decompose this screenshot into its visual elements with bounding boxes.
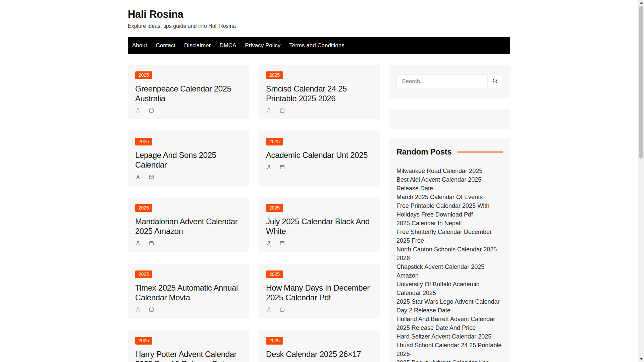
random-post-item: Best Aldi Advent Calendar 2025 Release D… bbox=[396, 175, 503, 193]
random-post-link[interactable]: North Canton Schools Calendar 2025 2026 bbox=[396, 245, 503, 262]
random-post-item: 2025 Calendar In Nepali bbox=[396, 219, 503, 228]
random-posts-widget: Random Posts Milwaukee Road Calendar 202… bbox=[389, 138, 510, 362]
nav-item[interactable]: Terms and Conditions bbox=[285, 37, 348, 54]
post-card: 2025 July 2025 Calendar Black And White bbox=[259, 197, 380, 252]
site-title[interactable]: Hali Rosina bbox=[128, 9, 510, 20]
post-card: 2025 Harry Potter Advent Calendar 2025 D… bbox=[128, 330, 249, 362]
category-badge[interactable]: 2025 bbox=[135, 204, 152, 212]
category-badge[interactable]: 2025 bbox=[266, 337, 283, 345]
random-post-link[interactable]: University Of Buffalo Academic Calendar … bbox=[396, 280, 503, 297]
author-icon bbox=[135, 240, 141, 246]
post-title[interactable]: Smcisd Calendar 24 25 Printable 2025 202… bbox=[266, 84, 372, 103]
post-title[interactable]: Harry Potter Advent Calendar 2025 Day 19… bbox=[135, 349, 241, 362]
author-icon bbox=[266, 240, 272, 246]
calendar-icon bbox=[279, 240, 285, 246]
post-meta bbox=[135, 174, 241, 180]
heading-accent-rule bbox=[458, 152, 503, 153]
nav-item[interactable]: DMCA bbox=[215, 37, 240, 54]
category-badge[interactable]: 2025 bbox=[266, 270, 283, 278]
category-badge[interactable]: 2025 bbox=[266, 71, 283, 79]
calendar-icon bbox=[279, 307, 285, 312]
post-meta bbox=[135, 306, 241, 312]
random-post-link[interactable]: Milwaukee Road Calendar 2025 bbox=[396, 167, 503, 175]
post-title[interactable]: Academic Calendar Unt 2025 bbox=[266, 150, 372, 160]
post-title[interactable]: Desk Calendar 2025 26×17 bbox=[266, 349, 372, 359]
post-card: 2025 Smcisd Calendar 24 25 Printable 202… bbox=[259, 65, 380, 119]
random-post-link[interactable]: March 2025 Calendar Of Events bbox=[396, 193, 503, 201]
content-area: 2025 Greenpeace Calendar 2025 Australia … bbox=[128, 65, 510, 362]
author-icon bbox=[135, 108, 141, 113]
random-post-item: Free Shutterfly Calendar December 2025 F… bbox=[396, 228, 503, 245]
post-title[interactable]: Timex 2025 Automatic Annual Calendar Mov… bbox=[135, 283, 241, 302]
post-meta bbox=[266, 164, 372, 170]
category-badge[interactable]: 2025 bbox=[266, 204, 283, 212]
post-title[interactable]: Mandalorian Advent Calendar 2025 Amazon bbox=[135, 217, 241, 236]
site-tagline: Explore ideas, tips guide and info Hali … bbox=[128, 23, 510, 29]
calendar-icon bbox=[149, 240, 154, 246]
random-post-link[interactable]: Hard Seltzer Advent Calendar 2025 bbox=[396, 332, 503, 341]
post-card: 2025 How Many Days In December 2025 Cale… bbox=[259, 264, 380, 318]
post-meta bbox=[266, 240, 372, 246]
random-posts-heading: Random Posts bbox=[396, 147, 451, 157]
scroll-up-icon bbox=[640, 2, 643, 4]
post-title[interactable]: How Many Days In December 2025 Calendar … bbox=[266, 283, 372, 302]
post-title[interactable]: Lepage And Sons 2025 Calendar bbox=[135, 150, 241, 170]
random-post-link[interactable]: Free Printable Calendar 2025 With Holida… bbox=[396, 201, 503, 219]
post-title[interactable]: Greenpeace Calendar 2025 Australia bbox=[135, 84, 241, 103]
page-container: Hali Rosina Explore ideas, tips guide an… bbox=[128, 0, 510, 362]
search-button[interactable] bbox=[487, 75, 502, 88]
nav-item[interactable]: Disclaimer bbox=[180, 37, 215, 54]
random-posts-list: Milwaukee Road Calendar 2025 Best Aldi A… bbox=[396, 167, 503, 362]
nav-item[interactable]: About bbox=[128, 37, 151, 54]
author-icon bbox=[135, 174, 141, 180]
scroll-down-button[interactable] bbox=[638, 356, 644, 362]
category-badge[interactable]: 2025 bbox=[135, 270, 152, 278]
random-post-item: Milwaukee Road Calendar 2025 bbox=[396, 167, 503, 175]
scrollbar-thumb[interactable] bbox=[639, 6, 643, 159]
main-nav: About Contact Disclaimer DMCA Privacy Po… bbox=[128, 37, 510, 54]
search-input[interactable] bbox=[397, 75, 487, 88]
category-badge[interactable]: 2025 bbox=[266, 138, 283, 145]
nav-item[interactable]: Privacy Policy bbox=[240, 37, 285, 54]
scroll-up-button[interactable] bbox=[638, 0, 644, 6]
random-post-link[interactable]: 2025 Beauty Advent Calendar Usa Amazon bbox=[396, 358, 503, 362]
post-meta bbox=[135, 107, 241, 113]
random-post-item: University Of Buffalo Academic Calendar … bbox=[396, 280, 503, 297]
category-badge[interactable]: 2025 bbox=[135, 71, 152, 79]
random-post-item: Free Printable Calendar 2025 With Holida… bbox=[396, 201, 503, 219]
vertical-scrollbar[interactable] bbox=[638, 0, 644, 362]
random-posts-header: Random Posts bbox=[396, 147, 503, 157]
post-card: 2025 Mandalorian Advent Calendar 2025 Am… bbox=[128, 197, 249, 252]
empty-widget bbox=[389, 109, 510, 129]
random-post-item: 2025 Star Wars Lego Advent Calendar Day … bbox=[396, 297, 503, 315]
category-badge[interactable]: 2025 bbox=[135, 138, 152, 145]
calendar-icon bbox=[149, 108, 154, 113]
post-card: 2025 Desk Calendar 2025 26×17 bbox=[259, 330, 380, 362]
random-post-link[interactable]: Best Aldi Advent Calendar 2025 Release D… bbox=[396, 175, 503, 193]
nav-item[interactable]: Contact bbox=[151, 37, 180, 54]
random-post-item: Holland And Barrett Advent Calendar 2025… bbox=[396, 315, 503, 332]
post-title[interactable]: July 2025 Calendar Black And White bbox=[266, 217, 372, 236]
random-post-link[interactable]: Free Shutterfly Calendar December 2025 F… bbox=[396, 228, 503, 245]
posts-grid: 2025 Greenpeace Calendar 2025 Australia … bbox=[128, 65, 380, 362]
calendar-icon bbox=[149, 307, 154, 312]
random-post-item: Lbusd School Calendar 24 25 Printable 20… bbox=[396, 341, 503, 358]
random-post-item: March 2025 Calendar Of Events bbox=[396, 193, 503, 201]
random-post-link[interactable]: Lbusd School Calendar 24 25 Printable 20… bbox=[396, 341, 503, 358]
site-header: Hali Rosina Explore ideas, tips guide an… bbox=[128, 0, 510, 29]
random-post-link[interactable]: 2025 Calendar In Nepali bbox=[396, 219, 503, 228]
random-post-link[interactable]: Holland And Barrett Advent Calendar 2025… bbox=[396, 315, 503, 332]
post-meta bbox=[266, 107, 372, 113]
sidebar: Random Posts Milwaukee Road Calendar 202… bbox=[389, 65, 510, 362]
random-post-link[interactable]: Chapstick Advent Calendar 2025 Amazon bbox=[396, 262, 503, 280]
search-form bbox=[396, 74, 503, 88]
random-post-link[interactable]: 2025 Star Wars Lego Advent Calendar Day … bbox=[396, 297, 503, 315]
calendar-icon bbox=[149, 174, 154, 180]
author-icon bbox=[266, 108, 272, 113]
random-post-item: Hard Seltzer Advent Calendar 2025 bbox=[396, 332, 503, 341]
author-icon bbox=[266, 164, 272, 170]
post-card: 2025 Lepage And Sons 2025 Calendar bbox=[128, 131, 249, 186]
category-badge[interactable]: 2025 bbox=[135, 337, 152, 345]
search-icon bbox=[492, 78, 498, 85]
calendar-icon bbox=[279, 164, 285, 170]
